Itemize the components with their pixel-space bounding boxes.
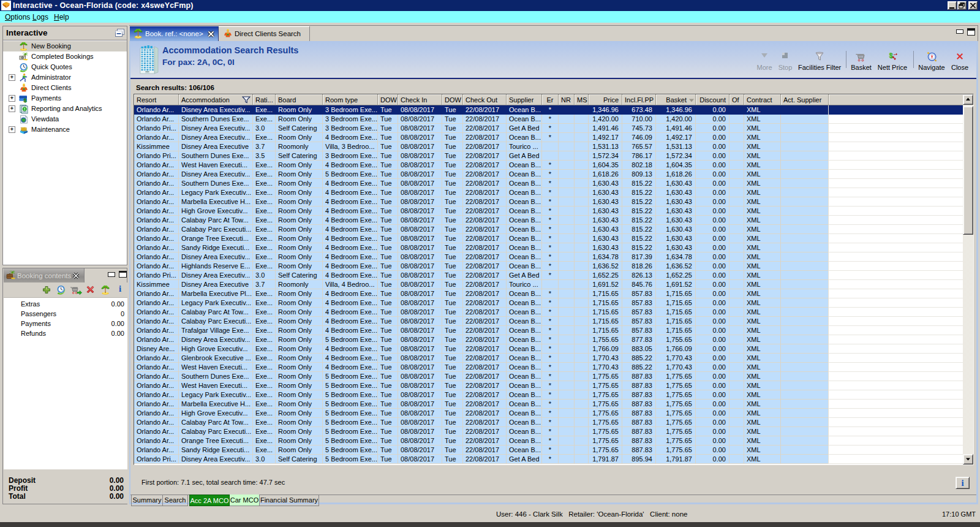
- svg-text:$: $: [24, 97, 28, 104]
- svg-text:$: $: [889, 52, 892, 59]
